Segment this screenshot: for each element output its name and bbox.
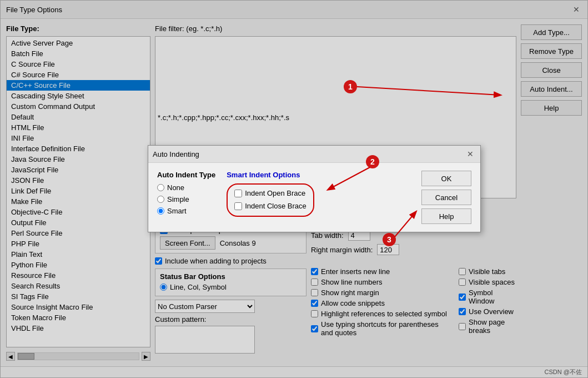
dialog-buttons: OK Cancel Help	[421, 171, 471, 224]
dialog-overlay: Auto Indenting ✕ Auto Indent Type None S…	[1, 1, 587, 377]
none-label: None	[167, 183, 184, 192]
indent-type-section: Auto Indent Type None Simple Smart	[157, 171, 215, 224]
smart-indent-title: Smart Indent Options	[227, 171, 314, 179]
smart-radio[interactable]	[157, 207, 164, 215]
svg-text:3: 3	[387, 235, 391, 244]
dialog-title: Auto Indenting	[153, 150, 199, 158]
smart-indent-section: Smart Indent Options Indent Open Brace I…	[227, 171, 314, 224]
svg-text:1: 1	[348, 82, 353, 91]
simple-label: Simple	[167, 195, 189, 203]
ok-button[interactable]: OK	[421, 171, 471, 186]
smart-label: Smart	[167, 207, 187, 215]
svg-point-0	[344, 80, 357, 93]
dialog-close-icon[interactable]: ✕	[465, 148, 476, 160]
indent-close-brace-row: Indent Close Brace	[234, 202, 306, 210]
svg-line-2	[357, 87, 500, 95]
main-window: File Type Options ✕ File Type: Active Se…	[0, 0, 588, 378]
dialog-help-button[interactable]: Help	[421, 208, 471, 224]
cancel-button[interactable]: Cancel	[421, 190, 471, 205]
indent-open-brace-row: Indent Open Brace	[234, 189, 306, 197]
dialog-body: Auto Indent Type None Simple Smart	[148, 163, 480, 232]
none-radio-row: None	[157, 183, 215, 192]
simple-radio-row: Simple	[157, 195, 215, 203]
svg-point-6	[383, 233, 396, 246]
indent-close-brace-label: Indent Close Brace	[245, 202, 306, 210]
indent-type-label: Auto Indent Type	[157, 171, 215, 179]
simple-radio[interactable]	[157, 196, 164, 203]
smart-radio-row: Smart	[157, 207, 215, 215]
indent-open-brace-checkbox[interactable]	[234, 190, 242, 197]
indent-open-brace-label: Indent Open Brace	[245, 189, 305, 197]
indent-close-brace-checkbox[interactable]	[234, 202, 242, 210]
brace-options: Indent Open Brace Indent Close Brace	[227, 183, 314, 217]
auto-indent-dialog: Auto Indenting ✕ Auto Indent Type None S…	[148, 145, 481, 232]
none-radio[interactable]	[157, 184, 164, 191]
dialog-title-bar: Auto Indenting ✕	[148, 146, 480, 163]
